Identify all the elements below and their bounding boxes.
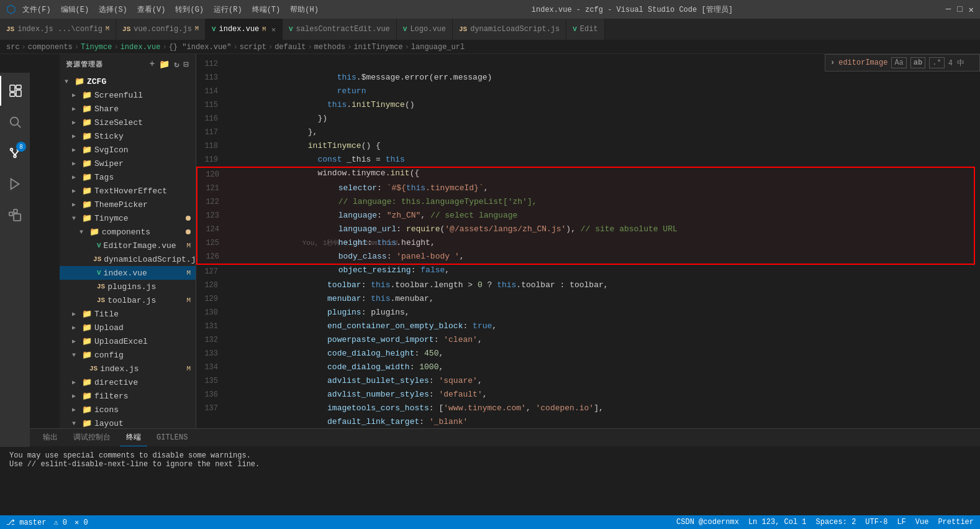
breadcrumb-language-url[interactable]: language_url bbox=[411, 43, 465, 52]
sidebar-item-zcfg[interactable]: ▼ 📁 ZCFG bbox=[60, 75, 196, 88]
menu-edit[interactable]: 编辑(E) bbox=[61, 4, 89, 15]
menu-help[interactable]: 帮助(H) bbox=[290, 4, 319, 15]
tab-index-vue[interactable]: V index.vue M ✕ bbox=[206, 19, 283, 40]
folder-icon: 📁 bbox=[82, 405, 92, 415]
breadcrumb-src[interactable]: src bbox=[6, 43, 20, 52]
breadcrumb-index-vue[interactable]: index.vue bbox=[120, 43, 161, 52]
menu-terminal[interactable]: 终端(T) bbox=[252, 4, 281, 15]
sidebar-item-layout[interactable]: ▼ 📁 layout bbox=[60, 416, 196, 428]
sidebar-item-label: EditorImage.vue bbox=[104, 241, 176, 251]
tab-close-button[interactable]: ✕ bbox=[271, 25, 276, 34]
find-widget: › editorImage Aa ab .* 4 中 bbox=[825, 54, 980, 71]
code-container[interactable]: 112 this.$message.error(err.message) 113… bbox=[196, 54, 980, 428]
find-match-case[interactable]: Aa bbox=[891, 57, 906, 68]
line-ending[interactable]: LF bbox=[897, 518, 905, 527]
js-file-icon: JS bbox=[89, 365, 98, 372]
sidebar-item-texthovereffect[interactable]: ▶ 📁 TextHoverEffect bbox=[60, 184, 196, 198]
editor-area[interactable]: › editorImage Aa ab .* 4 中 112 this.$mes… bbox=[196, 54, 980, 428]
sidebar-item-title[interactable]: ▶ 📁 Title bbox=[60, 307, 196, 321]
panel-tab-terminal[interactable]: 终端 bbox=[120, 429, 147, 446]
maximize-button[interactable]: □ bbox=[957, 4, 962, 15]
sidebar-item-sizeselect[interactable]: ▶ 📁 SizeSelect bbox=[60, 116, 196, 129]
sidebar-item-index-vue[interactable]: ▶ V index.vue M bbox=[60, 266, 196, 280]
sidebar-item-share[interactable]: ▶ 📁 Share bbox=[60, 102, 196, 116]
refresh-icon[interactable]: ↻ bbox=[174, 59, 179, 70]
menu-view[interactable]: 查看(V) bbox=[137, 4, 166, 15]
breadcrumb-default[interactable]: default bbox=[274, 43, 306, 52]
breadcrumb-json-key[interactable]: {} "index.vue" bbox=[169, 43, 232, 52]
code-line-115: 115 }) bbox=[196, 98, 980, 112]
find-regex[interactable]: .* bbox=[929, 57, 944, 68]
tab-index-js-config[interactable]: JS index.js ...\config M bbox=[0, 19, 116, 40]
sidebar-item-uploadexcel[interactable]: ▶ 📁 UploadExcel bbox=[60, 334, 196, 348]
sidebar-item-themepicker[interactable]: ▶ 📁 ThemePicker bbox=[60, 198, 196, 211]
formatter[interactable]: Prettier bbox=[938, 518, 974, 527]
sidebar-item-screenfull[interactable]: ▶ 📁 Screenfull bbox=[60, 88, 196, 102]
error-count[interactable]: ⚠ 0 bbox=[53, 518, 67, 527]
menu-file[interactable]: 文件(F) bbox=[22, 4, 51, 15]
panel-tab-debug[interactable]: 调试控制台 bbox=[67, 429, 117, 446]
find-whole-word[interactable]: ab bbox=[910, 57, 925, 68]
code-line-124: 124 height: this.height, bbox=[197, 223, 974, 236]
svg-rect-13 bbox=[14, 209, 17, 213]
find-result-count: 4 中 bbox=[948, 58, 964, 68]
collapse-all-icon[interactable]: ⊟ bbox=[184, 59, 189, 70]
sidebar-item-filters[interactable]: ▶ 📁 filters bbox=[60, 389, 196, 403]
line-col[interactable]: Ln 123, Col 1 bbox=[748, 518, 807, 527]
debug-icon[interactable] bbox=[0, 169, 30, 199]
folder-icon: 📁 bbox=[82, 418, 92, 428]
sidebar-item-sticky[interactable]: ▶ 📁 Sticky bbox=[60, 129, 196, 143]
new-folder-icon[interactable]: 📁 bbox=[159, 59, 170, 70]
sidebar-item-dynamic-load[interactable]: ▶ JS dynamicLoadScript.js bbox=[60, 252, 196, 266]
sidebar-item-components[interactable]: ▼ 📁 components bbox=[60, 225, 196, 239]
menu-select[interactable]: 选择(S) bbox=[99, 4, 127, 15]
new-file-icon[interactable]: + bbox=[150, 59, 155, 70]
code-line-122: 122 language: "zh_CN", // select languag… bbox=[197, 195, 974, 209]
tab-dynamic-load[interactable]: JS dynamicLoadScript.js bbox=[453, 19, 566, 40]
folder-icon: 📁 bbox=[82, 350, 92, 360]
title-bar: ⬡ 文件(F) 编辑(E) 选择(S) 查看(V) 转到(G) 运行(R) 终端… bbox=[0, 0, 980, 19]
sidebar-item-tags[interactable]: ▶ 📁 Tags bbox=[60, 170, 196, 184]
close-button[interactable]: ✕ bbox=[969, 4, 974, 15]
sidebar-item-plugins[interactable]: ▶ JS plugins.js bbox=[60, 280, 196, 293]
warning-count[interactable]: ✕ 0 bbox=[75, 518, 88, 527]
explorer-icon[interactable] bbox=[0, 76, 30, 106]
sidebar-item-svgicon[interactable]: ▶ 📁 SvgIcon bbox=[60, 143, 196, 157]
search-icon[interactable] bbox=[0, 107, 30, 137]
tab-sales-contract[interactable]: V salesContractEdit.vue bbox=[283, 19, 397, 40]
source-control-icon[interactable]: 8 bbox=[0, 138, 30, 168]
breadcrumb-methods[interactable]: methods bbox=[314, 43, 345, 52]
language-mode[interactable]: Vue bbox=[915, 518, 929, 527]
sidebar-item-editor-image[interactable]: ▶ V EditorImage.vue M bbox=[60, 239, 196, 252]
tab-edit[interactable]: V Edit bbox=[566, 19, 604, 40]
tab-bar: JS index.js ...\config M JS vue.config.j… bbox=[0, 19, 980, 40]
extensions-icon[interactable] bbox=[0, 200, 30, 230]
minimize-button[interactable]: ─ bbox=[946, 4, 951, 15]
breadcrumb-script[interactable]: script bbox=[240, 43, 266, 52]
breadcrumb-tinymce[interactable]: Tinymce bbox=[81, 43, 112, 52]
tab-logo-vue[interactable]: V Logo.vue bbox=[397, 19, 453, 40]
sidebar-item-toolbar[interactable]: ▶ JS toolbar.js M bbox=[60, 293, 196, 307]
folder-icon: 📁 bbox=[82, 309, 92, 319]
sidebar-item-config-index[interactable]: ▶ JS index.js M bbox=[60, 362, 196, 375]
modified-dot: M bbox=[262, 26, 266, 33]
sidebar-item-directive[interactable]: ▶ 📁 directive bbox=[60, 375, 196, 389]
sidebar-item-tinymce[interactable]: ▼ 📁 Tinymce bbox=[60, 211, 196, 225]
panel-tab-output[interactable]: 输出 bbox=[37, 429, 64, 446]
breadcrumb-components[interactable]: components bbox=[28, 43, 73, 52]
breadcrumb-init-tinymce[interactable]: initTinymce bbox=[353, 43, 402, 52]
window-title: index.vue - zcfg - Visual Studio Code [管… bbox=[319, 4, 946, 15]
svg-rect-1 bbox=[16, 85, 21, 89]
sidebar-item-config[interactable]: ▼ 📁 config bbox=[60, 348, 196, 362]
panel-tab-gitlens[interactable]: GITLENS bbox=[150, 429, 194, 446]
modified-dot: M bbox=[106, 25, 109, 32]
menu-run[interactable]: 运行(R) bbox=[214, 4, 242, 15]
tab-vue-config[interactable]: JS vue.config.js M bbox=[116, 19, 206, 40]
git-branch[interactable]: ⎇ master bbox=[6, 518, 46, 527]
spaces[interactable]: Spaces: 2 bbox=[816, 518, 856, 527]
encoding[interactable]: UTF-8 bbox=[865, 518, 887, 527]
menu-goto[interactable]: 转到(G) bbox=[175, 4, 204, 15]
sidebar-item-swiper[interactable]: ▶ 📁 Swiper bbox=[60, 157, 196, 170]
sidebar-item-icons[interactable]: ▶ 📁 icons bbox=[60, 403, 196, 416]
sidebar-item-upload[interactable]: ▶ 📁 Upload bbox=[60, 321, 196, 334]
